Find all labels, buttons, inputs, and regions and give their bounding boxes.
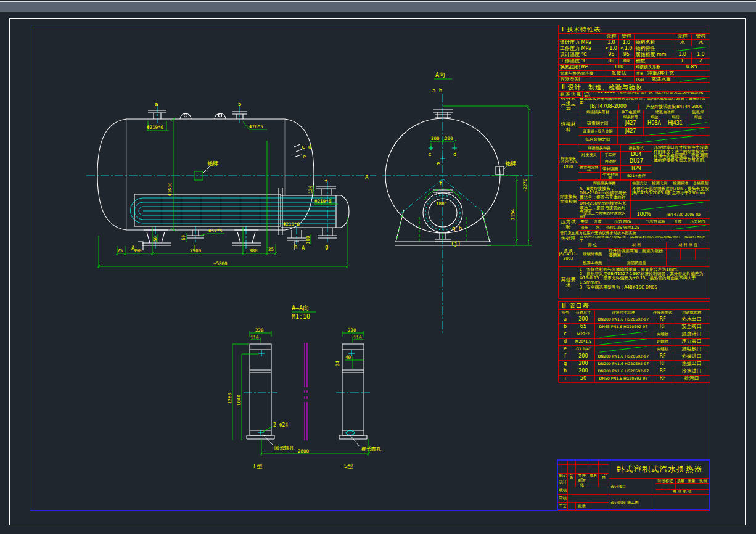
table-cell: 200: [572, 316, 595, 324]
table-cell: [667, 260, 710, 266]
table-row: 壳程管程壳程管程: [559, 34, 710, 40]
table-cell: 检测比例: [649, 181, 670, 186]
cad-sheet: a b c d e f g h j A A A 铭牌 A向 a b c d e …: [0, 0, 756, 534]
table-cell: 设计压力 MPa: [559, 40, 604, 46]
table-cell: 接管与壳体连: [578, 166, 601, 173]
table-row: 管口及支座方位用户无协议要求时按本图实施: [559, 231, 710, 236]
table-cell: 水: [673, 40, 691, 46]
table-cell: [595, 346, 652, 353]
section-title: A—A向: [292, 305, 309, 311]
table-cell: DU27: [621, 158, 652, 166]
table-row: h200DN200 PN1.6 HG20592-97RF冷水进口: [559, 368, 710, 376]
table-row: 焊接材料焊接接头母材手工电弧焊埋弧自动焊氩弧焊焊条牌号焊丝焊剂焊丝碳素钢之间J4…: [559, 110, 710, 145]
table-cell: 符号: [559, 310, 572, 316]
dim-390: 390: [133, 248, 142, 253]
table-row: 焊接接头种类检测方法检测比例检测标准合格级别: [578, 181, 710, 186]
dim-130: 130: [308, 185, 313, 194]
dim-overall-5800: ~5800: [213, 261, 228, 266]
dim-25-right: 25: [268, 247, 274, 252]
table-cell: [578, 158, 601, 166]
table-cell: [558, 469, 568, 474]
table-cell: [595, 331, 652, 339]
table-cell: [578, 173, 601, 180]
table-cell: 介质: [670, 219, 686, 225]
endview-label-ab: a b: [432, 88, 442, 94]
table-cell: RF: [652, 376, 673, 383]
table-cell: [588, 469, 598, 474]
endview-label-j: (j): [451, 240, 461, 247]
table-cell: 检测方法: [631, 181, 649, 186]
revision-squiggle: [688, 122, 707, 125]
table-row: 低合金钢之间: [578, 136, 710, 144]
table-row: eG1 1/4"内螺纹温电极口: [559, 346, 710, 353]
table-cell: J427: [618, 128, 644, 136]
table-cell: 连接面型式: [652, 310, 673, 316]
table-cell: [568, 487, 609, 495]
table-row: [558, 461, 609, 465]
revision-squiggle: [676, 47, 707, 51]
table-cell: 卧式容积式汽水换热器设计项目阶段标记质量重量比例共 张 第 张设计阶段 施工图: [609, 461, 709, 511]
endview-label-d: d: [453, 151, 456, 157]
title-block: 标记处数更改文件号签名年月日设计标准化校核审核工艺批准卧式容积式汽水换热器设计项…: [557, 459, 710, 510]
table-row: 设计项目阶段标记质量重量比例共 张 第 张: [609, 479, 709, 495]
table-cell: 连接尺寸标准: [595, 310, 652, 316]
table-cell: [576, 469, 589, 474]
table-cell: [576, 461, 589, 465]
table-cell: f: [559, 353, 572, 361]
table-cell: 内螺纹: [652, 346, 673, 353]
table-row: 设计标准化: [558, 479, 609, 487]
table-cell: 手工焊: [601, 152, 621, 159]
table-row: b65DN65 PN1.6 HG20592-97RF安全阀口: [559, 324, 710, 331]
table-cell: [568, 461, 575, 465]
table-cell: DN200 PN1.6 HG20592-97: [595, 316, 652, 324]
table-row: 标 准 法 规JB/T4731-2005《钢制卧式容器》及《压力容器安全技术监察…: [559, 92, 710, 98]
dim-40: 40: [345, 355, 351, 360]
nozzle-label-h: h: [294, 244, 297, 250]
table-cell: 材料要求: [559, 98, 578, 104]
revision-squiggle: [649, 128, 704, 135]
nameplate-label-2: 铭牌: [505, 160, 516, 166]
table-cell: [631, 201, 710, 212]
table-cell: 工艺: [558, 503, 568, 511]
table-cell: RF: [652, 368, 673, 376]
dim-200-left: 200: [431, 136, 440, 141]
table-cell: 内螺纹: [652, 339, 673, 346]
table-row: 审核: [558, 495, 609, 503]
table-cell: J427: [618, 120, 644, 128]
view-a-title: A向: [435, 72, 445, 78]
table-cell: [599, 461, 609, 465]
table-cell: 温电极口: [673, 346, 710, 353]
table-cell: [568, 469, 575, 474]
dim-220-left: 220: [255, 327, 264, 333]
dimension-labels: Φ219*6 Φ76*5 Φ219*6 Φ219*6 Φ57*5 Φ1600 1…: [117, 124, 528, 454]
table-cell: 焊接规程: [559, 104, 578, 110]
table-cell: 油 漆 JB/T4711-2003: [559, 242, 578, 267]
design-table: 标 准 法 规JB/T4731-2005《钢制卧式容器》及《压力容器安全技术监察…: [558, 91, 710, 298]
table-cell: 不带补强圈: [601, 173, 621, 180]
table-cell: 80: [604, 59, 620, 65]
table-cell: 管口及支座方位用户无协议要求时按本图实施: [559, 231, 710, 236]
table-cell: 200: [572, 368, 595, 376]
table-cell: 设计项目: [609, 479, 654, 495]
table-cell: 阶段标记质量重量比例共 张 第 张: [655, 479, 709, 495]
table-cell: 壳程1.25 管程1.25: [604, 225, 641, 231]
table-cell: H08A: [644, 120, 665, 128]
table-row: 焊接规程JB/T4708-2000产品焊接试板按JB4744-2000: [559, 104, 710, 110]
table-cell: 处数: [568, 474, 575, 479]
revision-squiggle: [673, 225, 706, 229]
table-row: 工艺批准: [558, 503, 609, 511]
table-cell: 更改文件号: [576, 474, 589, 479]
table-row: 卧式容积式汽水换热器: [609, 461, 709, 479]
table-cell: [655, 484, 662, 490]
table-cell: [578, 115, 618, 120]
dim-60: 60: [181, 234, 186, 240]
table-cell: [558, 461, 568, 465]
table-cell: 自动焊: [601, 158, 621, 166]
dimension-lines: [97, 79, 532, 456]
table-cell: <1.0: [604, 46, 620, 52]
table-row: [558, 469, 609, 474]
table-cell: 部 位材 料材 料 厚 度碳钢外表面红丹防锈漆两遍，面漆为银粉漆两遍。机加工表面…: [578, 242, 710, 267]
table-cell: 内螺纹: [652, 331, 673, 339]
table-cell: 液压: [578, 225, 591, 231]
table-cell: 焊接接头种类: [578, 145, 621, 152]
